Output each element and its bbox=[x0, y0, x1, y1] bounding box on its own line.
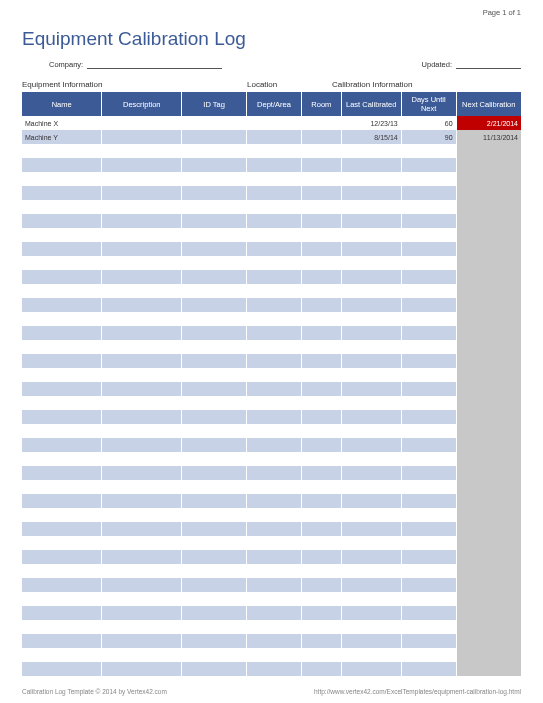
table-row[interactable] bbox=[22, 214, 521, 228]
cell-next-calibration[interactable] bbox=[456, 466, 521, 480]
table-row[interactable] bbox=[22, 466, 521, 480]
cell-description[interactable] bbox=[102, 564, 182, 578]
cell-last-calibrated[interactable] bbox=[341, 242, 401, 256]
cell-name[interactable] bbox=[22, 452, 102, 466]
cell-days-until-next[interactable] bbox=[401, 550, 456, 564]
table-row[interactable] bbox=[22, 298, 521, 312]
cell-room[interactable] bbox=[301, 228, 341, 242]
cell-name[interactable] bbox=[22, 564, 102, 578]
cell-description[interactable] bbox=[102, 452, 182, 466]
cell-idtag[interactable] bbox=[182, 480, 247, 494]
cell-next-calibration[interactable] bbox=[456, 550, 521, 564]
cell-idtag[interactable] bbox=[182, 606, 247, 620]
cell-dept[interactable] bbox=[247, 592, 302, 606]
cell-room[interactable] bbox=[301, 354, 341, 368]
cell-dept[interactable] bbox=[247, 424, 302, 438]
cell-dept[interactable] bbox=[247, 648, 302, 662]
cell-name[interactable] bbox=[22, 340, 102, 354]
cell-name[interactable] bbox=[22, 368, 102, 382]
cell-last-calibrated[interactable] bbox=[341, 284, 401, 298]
cell-dept[interactable] bbox=[247, 480, 302, 494]
cell-name[interactable] bbox=[22, 186, 102, 200]
cell-next-calibration[interactable] bbox=[456, 284, 521, 298]
cell-idtag[interactable] bbox=[182, 340, 247, 354]
cell-name[interactable] bbox=[22, 228, 102, 242]
cell-last-calibrated[interactable] bbox=[341, 382, 401, 396]
cell-last-calibrated[interactable] bbox=[341, 312, 401, 326]
table-row[interactable] bbox=[22, 606, 521, 620]
cell-name[interactable] bbox=[22, 158, 102, 172]
cell-dept[interactable] bbox=[247, 466, 302, 480]
cell-idtag[interactable] bbox=[182, 242, 247, 256]
cell-room[interactable] bbox=[301, 340, 341, 354]
cell-room[interactable] bbox=[301, 200, 341, 214]
cell-room[interactable] bbox=[301, 144, 341, 158]
cell-idtag[interactable] bbox=[182, 508, 247, 522]
cell-idtag[interactable] bbox=[182, 382, 247, 396]
table-row[interactable]: Machine Y8/15/149011/13/2014 bbox=[22, 130, 521, 144]
cell-days-until-next[interactable] bbox=[401, 438, 456, 452]
cell-room[interactable] bbox=[301, 522, 341, 536]
cell-next-calibration[interactable] bbox=[456, 662, 521, 676]
cell-next-calibration[interactable] bbox=[456, 536, 521, 550]
cell-idtag[interactable] bbox=[182, 536, 247, 550]
table-row[interactable]: Machine X12/23/13602/21/2014 bbox=[22, 116, 521, 130]
cell-next-calibration[interactable] bbox=[456, 214, 521, 228]
cell-last-calibrated[interactable] bbox=[341, 466, 401, 480]
cell-next-calibration[interactable] bbox=[456, 396, 521, 410]
table-row[interactable] bbox=[22, 228, 521, 242]
cell-days-until-next[interactable] bbox=[401, 326, 456, 340]
cell-dept[interactable] bbox=[247, 634, 302, 648]
cell-room[interactable] bbox=[301, 382, 341, 396]
cell-room[interactable] bbox=[301, 592, 341, 606]
cell-room[interactable] bbox=[301, 536, 341, 550]
cell-last-calibrated[interactable] bbox=[341, 438, 401, 452]
cell-room[interactable] bbox=[301, 158, 341, 172]
cell-dept[interactable] bbox=[247, 368, 302, 382]
cell-dept[interactable] bbox=[247, 186, 302, 200]
cell-dept[interactable] bbox=[247, 158, 302, 172]
cell-room[interactable] bbox=[301, 508, 341, 522]
cell-room[interactable] bbox=[301, 410, 341, 424]
cell-last-calibrated[interactable] bbox=[341, 522, 401, 536]
cell-name[interactable]: Machine Y bbox=[22, 130, 102, 144]
cell-idtag[interactable] bbox=[182, 522, 247, 536]
table-row[interactable] bbox=[22, 242, 521, 256]
table-row[interactable] bbox=[22, 256, 521, 270]
cell-last-calibrated[interactable] bbox=[341, 270, 401, 284]
table-row[interactable] bbox=[22, 634, 521, 648]
table-row[interactable] bbox=[22, 270, 521, 284]
cell-dept[interactable] bbox=[247, 270, 302, 284]
cell-name[interactable] bbox=[22, 144, 102, 158]
cell-last-calibrated[interactable] bbox=[341, 606, 401, 620]
table-row[interactable] bbox=[22, 186, 521, 200]
cell-next-calibration[interactable] bbox=[456, 578, 521, 592]
cell-next-calibration[interactable] bbox=[456, 508, 521, 522]
cell-days-until-next[interactable] bbox=[401, 368, 456, 382]
cell-description[interactable] bbox=[102, 214, 182, 228]
cell-last-calibrated[interactable] bbox=[341, 186, 401, 200]
table-row[interactable] bbox=[22, 158, 521, 172]
cell-room[interactable] bbox=[301, 662, 341, 676]
cell-idtag[interactable] bbox=[182, 172, 247, 186]
cell-room[interactable] bbox=[301, 242, 341, 256]
cell-description[interactable] bbox=[102, 536, 182, 550]
cell-dept[interactable] bbox=[247, 130, 302, 144]
cell-name[interactable] bbox=[22, 578, 102, 592]
cell-days-until-next[interactable] bbox=[401, 620, 456, 634]
cell-room[interactable] bbox=[301, 284, 341, 298]
cell-room[interactable] bbox=[301, 494, 341, 508]
cell-days-until-next[interactable] bbox=[401, 522, 456, 536]
table-row[interactable] bbox=[22, 550, 521, 564]
cell-dept[interactable] bbox=[247, 116, 302, 130]
cell-room[interactable] bbox=[301, 634, 341, 648]
cell-last-calibrated[interactable] bbox=[341, 396, 401, 410]
cell-description[interactable] bbox=[102, 424, 182, 438]
cell-name[interactable] bbox=[22, 480, 102, 494]
table-row[interactable] bbox=[22, 564, 521, 578]
cell-dept[interactable] bbox=[247, 284, 302, 298]
cell-dept[interactable] bbox=[247, 144, 302, 158]
cell-days-until-next[interactable] bbox=[401, 452, 456, 466]
cell-next-calibration[interactable] bbox=[456, 144, 521, 158]
cell-last-calibrated[interactable] bbox=[341, 564, 401, 578]
